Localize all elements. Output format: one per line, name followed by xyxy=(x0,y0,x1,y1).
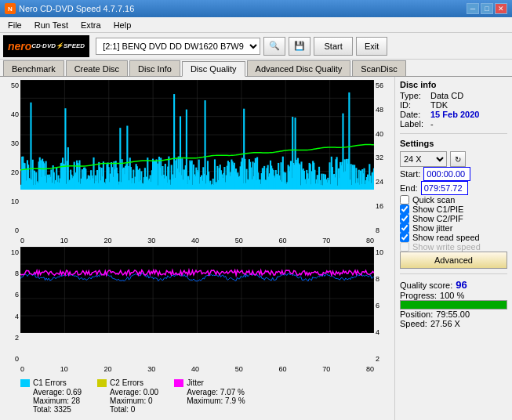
menu-file[interactable]: File xyxy=(3,19,27,31)
quick-scan-checkbox[interactable] xyxy=(400,195,409,205)
top-chart xyxy=(20,80,374,190)
tab-scan-disc[interactable]: ScanDisc xyxy=(352,60,405,76)
progress-bar-fill xyxy=(401,301,507,309)
tab-benchmark[interactable]: Benchmark xyxy=(3,60,64,76)
jitter-label: Jitter xyxy=(187,378,204,387)
disc-label-row: Label: - xyxy=(400,119,507,129)
toolbar-scan-btn[interactable]: 🔍 xyxy=(263,37,285,56)
settings-title: Settings xyxy=(400,139,507,148)
tab-disc-info[interactable]: Disc Info xyxy=(129,60,180,76)
start-time-row: Start: xyxy=(400,167,507,181)
menu-bar: File Run Test Extra Help xyxy=(0,17,512,33)
main-content: 50403020100 5648403224168 01020304050607… xyxy=(0,77,512,420)
show-jitter-row: Show jitter xyxy=(400,223,507,233)
menu-help[interactable]: Help xyxy=(109,19,136,31)
speed-select[interactable]: 24 X xyxy=(400,151,447,167)
app-icon: N xyxy=(5,3,16,14)
tab-advanced-disc-quality[interactable]: Advanced Disc Quality xyxy=(247,60,351,76)
bottom-y-axis-left: 1086420 xyxy=(3,247,20,364)
divider-1 xyxy=(400,133,507,134)
show-c2-checkbox[interactable] xyxy=(400,214,409,223)
close-button[interactable]: ✕ xyxy=(495,3,507,14)
top-y-axis-right: 5648403224168 xyxy=(374,80,391,236)
disc-info-section: Disc info Type: Data CD ID: TDK Date: 15… xyxy=(400,80,507,129)
speed-row: 24 X ↻ xyxy=(400,151,507,167)
tab-disc-quality[interactable]: Disc Quality xyxy=(182,61,245,77)
show-write-speed-row: Show write speed xyxy=(400,242,507,252)
bottom-chart xyxy=(20,247,374,333)
legend-jitter: Jitter Average: 7.07 % Maximum: 7.9 % xyxy=(174,378,245,414)
speed-row: Speed: 27.56 X xyxy=(400,319,507,328)
show-c1-row: Show C1/PIE xyxy=(400,205,507,214)
quality-section: Quality score: 96 Progress: 100 % Positi… xyxy=(400,279,507,328)
show-jitter-checkbox[interactable] xyxy=(400,223,409,233)
disc-info-title: Disc info xyxy=(400,80,507,89)
show-read-speed-checkbox[interactable] xyxy=(400,233,409,242)
legend-c2: C2 Errors Average: 0.00 Maximum: 0 Total… xyxy=(97,378,158,414)
disc-id-row: ID: TDK xyxy=(400,100,507,110)
c2-label: C2 Errors xyxy=(110,378,143,387)
menu-extra[interactable]: Extra xyxy=(76,19,106,31)
show-c1-checkbox[interactable] xyxy=(400,205,409,214)
show-write-speed-checkbox xyxy=(400,242,409,252)
toolbar-save-btn[interactable]: 💾 xyxy=(289,37,310,56)
c1-color xyxy=(20,379,30,387)
app-title: Nero CD-DVD Speed 4.7.7.16 xyxy=(19,4,134,13)
menu-run-test[interactable]: Run Test xyxy=(30,19,73,31)
exit-button[interactable]: Exit xyxy=(356,37,387,56)
bottom-x-axis: 01020304050607080 xyxy=(3,364,391,374)
drive-select[interactable]: [2:1] BENQ DVD DD DW1620 B7W9 xyxy=(96,38,260,55)
disc-date-row: Date: 15 Feb 2020 xyxy=(400,110,507,119)
tab-create-disc[interactable]: Create Disc xyxy=(66,60,128,76)
bottom-y-axis-right: 108642 xyxy=(374,247,391,364)
right-panel: Disc info Type: Data CD ID: TDK Date: 15… xyxy=(394,77,512,420)
settings-section: Settings 24 X ↻ Start: End: Quick scan xyxy=(400,139,507,269)
c1-label: C1 Errors xyxy=(33,378,67,387)
nero-logo: nero CD·DVD⚡SPEED xyxy=(3,35,89,57)
toolbar: nero CD·DVD⚡SPEED [2:1] BENQ DVD DD DW16… xyxy=(0,33,512,60)
start-time-field[interactable] xyxy=(423,167,470,181)
top-chart-wrap: 50403020100 5648403224168 xyxy=(3,80,391,236)
minimize-button[interactable]: ─ xyxy=(467,3,479,14)
top-x-axis: 01020304050607080 xyxy=(3,236,391,245)
charts-area: 50403020100 5648403224168 01020304050607… xyxy=(0,77,394,420)
quality-score-row: Quality score: 96 xyxy=(400,279,507,291)
window-controls[interactable]: ─ □ ✕ xyxy=(467,3,507,14)
quick-scan-row: Quick scan xyxy=(400,195,507,205)
legend-c1: C1 Errors Average: 0.69 Maximum: 28 Tota… xyxy=(20,378,82,414)
show-read-speed-row: Show read speed xyxy=(400,233,507,242)
start-button[interactable]: Start xyxy=(314,37,353,56)
show-c2-row: Show C2/PIF xyxy=(400,214,507,223)
tab-bar: Benchmark Create Disc Disc Info Disc Qua… xyxy=(0,60,512,77)
top-y-axis-left: 50403020100 xyxy=(3,80,20,236)
jitter-color xyxy=(174,379,183,387)
maximize-button[interactable]: □ xyxy=(481,3,493,14)
end-time-field[interactable] xyxy=(421,181,468,195)
bottom-chart-wrap: 1086420 108642 xyxy=(3,247,391,364)
progress-row: Progress: 100 % xyxy=(400,291,507,300)
disc-type-row: Type: Data CD xyxy=(400,91,507,100)
legend-area: C1 Errors Average: 0.69 Maximum: 28 Tota… xyxy=(3,375,391,417)
advanced-button[interactable]: Advanced xyxy=(400,252,507,269)
divider-2 xyxy=(400,273,507,274)
c2-color xyxy=(97,379,107,387)
refresh-button[interactable]: ↻ xyxy=(450,151,466,167)
end-time-row: End: xyxy=(400,181,507,195)
title-bar: N Nero CD-DVD Speed 4.7.7.16 ─ □ ✕ xyxy=(0,0,512,17)
progress-bar xyxy=(400,300,507,310)
position-row: Position: 79:55.00 xyxy=(400,310,507,319)
